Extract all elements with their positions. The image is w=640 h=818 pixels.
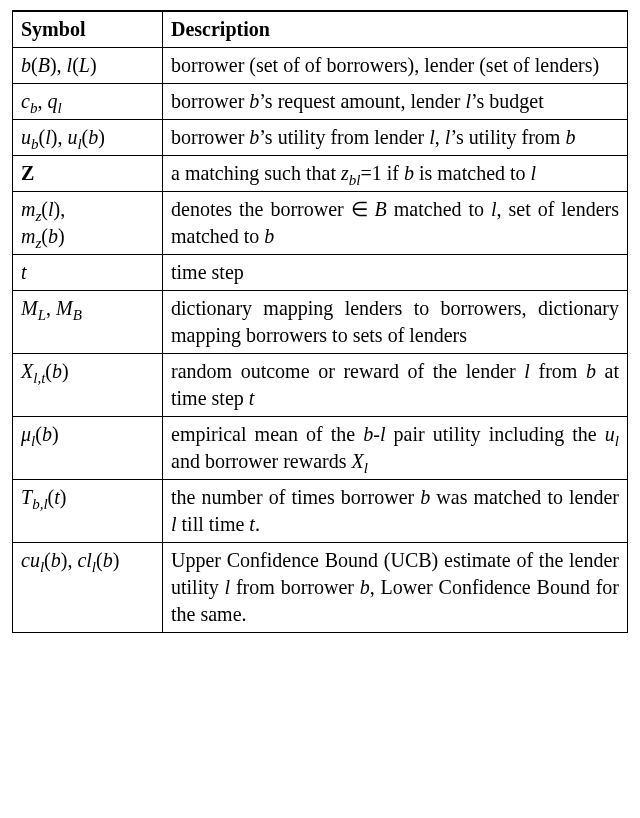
- table-row: b(B), l(L)borrower (set of of borrowers)…: [13, 48, 628, 84]
- table-row: cb, qlborrower b’s request amount, lende…: [13, 84, 628, 120]
- table-header-row: Symbol Description: [13, 11, 628, 48]
- description-cell: denotes the borrower ∈ B matched to l, s…: [163, 192, 628, 255]
- header-description: Description: [163, 11, 628, 48]
- description-cell: Upper Confidence Bound (UCB) estimate of…: [163, 543, 628, 633]
- table-row: mz(l),mz(b)denotes the borrower ∈ B matc…: [13, 192, 628, 255]
- table-row: Tb,l(t)the number of times borrower b wa…: [13, 480, 628, 543]
- table-row: ttime step: [13, 255, 628, 291]
- symbol-cell: ub(l), ul(b): [13, 120, 163, 156]
- description-cell: borrower b’s utility from lender l, l’s …: [163, 120, 628, 156]
- description-cell: dictionary mapping lenders to borrowers,…: [163, 291, 628, 354]
- description-cell: borrower (set of of borrowers), lender (…: [163, 48, 628, 84]
- symbol-cell: Tb,l(t): [13, 480, 163, 543]
- description-cell: borrower b’s request amount, lender l’s …: [163, 84, 628, 120]
- table-row: ML, MBdictionary mapping lenders to borr…: [13, 291, 628, 354]
- description-cell: empirical mean of the b-l pair utility i…: [163, 417, 628, 480]
- symbol-cell: Xl,t(b): [13, 354, 163, 417]
- symbol-cell: mz(l),mz(b): [13, 192, 163, 255]
- table-row: ub(l), ul(b)borrower b’s utility from le…: [13, 120, 628, 156]
- symbols-table: Symbol Description b(B), l(L)borrower (s…: [12, 10, 628, 633]
- symbol-cell: μl(b): [13, 417, 163, 480]
- description-cell: a matching such that zbl=1 if b is match…: [163, 156, 628, 192]
- symbol-cell: Z: [13, 156, 163, 192]
- description-cell: random outcome or reward of the lender l…: [163, 354, 628, 417]
- symbol-cell: cul(b), cll(b): [13, 543, 163, 633]
- symbol-cell: cb, ql: [13, 84, 163, 120]
- symbol-cell: t: [13, 255, 163, 291]
- table-row: Za matching such that zbl=1 if b is matc…: [13, 156, 628, 192]
- symbol-cell: b(B), l(L): [13, 48, 163, 84]
- description-cell: the number of times borrower b was match…: [163, 480, 628, 543]
- table-row: μl(b)empirical mean of the b-l pair util…: [13, 417, 628, 480]
- description-cell: time step: [163, 255, 628, 291]
- table-row: cul(b), cll(b)Upper Confidence Bound (UC…: [13, 543, 628, 633]
- table-row: Xl,t(b)random outcome or reward of the l…: [13, 354, 628, 417]
- header-symbol: Symbol: [13, 11, 163, 48]
- symbol-cell: ML, MB: [13, 291, 163, 354]
